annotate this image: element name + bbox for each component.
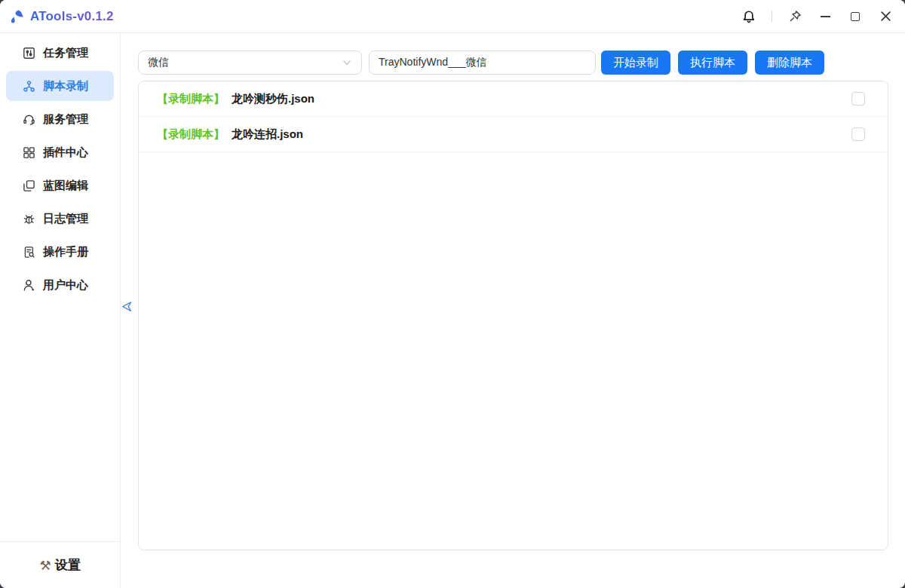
sidebar-item-log-manager[interactable]: 日志管理 (6, 204, 114, 234)
script-checkbox[interactable] (851, 92, 865, 106)
script-tag: 【录制脚本】 (157, 127, 225, 142)
sidebar-collapse-icon[interactable] (119, 299, 134, 314)
sidebar-item-service-manager[interactable]: 服务管理 (6, 104, 114, 134)
sidebar-item-label: 服务管理 (43, 112, 88, 127)
log-manager-icon (23, 213, 35, 225)
minimize-button[interactable] (818, 9, 833, 24)
sidebar-item-manual[interactable]: 操作手册 (6, 237, 114, 267)
sidebar-item-label: 脚本录制 (43, 79, 88, 93)
app-window: ATools-v0.1.2 (0, 0, 905, 588)
script-row[interactable]: 【录制脚本】 龙吟测秒伤.json (139, 81, 888, 117)
close-button[interactable] (878, 9, 893, 24)
script-name: 龙吟连招.json (232, 127, 303, 142)
user-center-icon (23, 279, 35, 292)
script-row[interactable]: 【录制脚本】 龙吟连招.json (139, 117, 888, 152)
window-handle-input[interactable] (369, 51, 596, 75)
sidebar-item-label: 用户中心 (43, 278, 88, 292)
sidebar-item-task-manager[interactable]: 任务管理 (6, 38, 114, 68)
plugin-center-icon (23, 146, 35, 159)
main-content: 微信 开始录制 执行脚本 删除脚本 【录制脚本】 龙吟测秒伤.json (121, 33, 905, 588)
sidebar-item-label: 插件中心 (43, 145, 88, 160)
script-name: 龙吟测秒伤.json (232, 92, 314, 106)
sidebar-item-label: 任务管理 (43, 46, 88, 60)
script-tag: 【录制脚本】 (157, 92, 225, 106)
sidebar-item-plugin-center[interactable]: 插件中心 (6, 137, 114, 167)
sidebar-item-blueprint-edit[interactable]: 蓝图编辑 (6, 170, 114, 201)
app-select[interactable]: 微信 (138, 51, 362, 75)
maximize-button[interactable] (848, 9, 863, 24)
script-list-panel: 【录制脚本】 龙吟测秒伤.json 【录制脚本】 龙吟连招.json (138, 81, 888, 550)
sidebar: 任务管理 脚本录制 (0, 33, 121, 588)
app-title: ATools-v0.1.2 (30, 9, 114, 24)
app-brand: ATools-v0.1.2 (9, 8, 114, 25)
start-record-button[interactable]: 开始录制 (601, 51, 670, 75)
title-bar: ATools-v0.1.2 (0, 0, 905, 33)
sidebar-item-label: 日志管理 (43, 212, 88, 226)
blueprint-edit-icon (23, 179, 35, 192)
sidebar-item-script-record[interactable]: 脚本录制 (6, 71, 114, 101)
pin-icon[interactable] (787, 9, 802, 24)
script-checkbox[interactable] (851, 127, 865, 141)
sidebar-item-label: 操作手册 (43, 245, 88, 259)
window-controls (741, 9, 893, 24)
sidebar-nav: 任务管理 脚本录制 (0, 33, 120, 303)
controls-divider (772, 11, 772, 22)
app-body: 任务管理 脚本录制 (0, 33, 905, 588)
notification-bell-icon[interactable] (741, 9, 756, 24)
service-manager-icon (23, 113, 35, 126)
toolbar: 微信 开始录制 执行脚本 删除脚本 (138, 51, 888, 75)
sidebar-item-user-center[interactable]: 用户中心 (6, 270, 114, 300)
run-script-button[interactable]: 执行脚本 (678, 51, 747, 75)
manual-icon (23, 246, 35, 259)
chevron-down-icon (342, 57, 352, 68)
app-select-value: 微信 (148, 56, 169, 69)
settings-button[interactable]: ⚒ 设置 (0, 541, 120, 588)
task-manager-icon (23, 47, 35, 60)
settings-icon: ⚒ (39, 558, 51, 573)
app-logo-icon (9, 8, 26, 25)
sidebar-item-label: 蓝图编辑 (43, 179, 88, 193)
settings-label: 设置 (55, 556, 81, 574)
delete-script-button[interactable]: 删除脚本 (755, 51, 824, 75)
script-record-icon (23, 80, 35, 93)
